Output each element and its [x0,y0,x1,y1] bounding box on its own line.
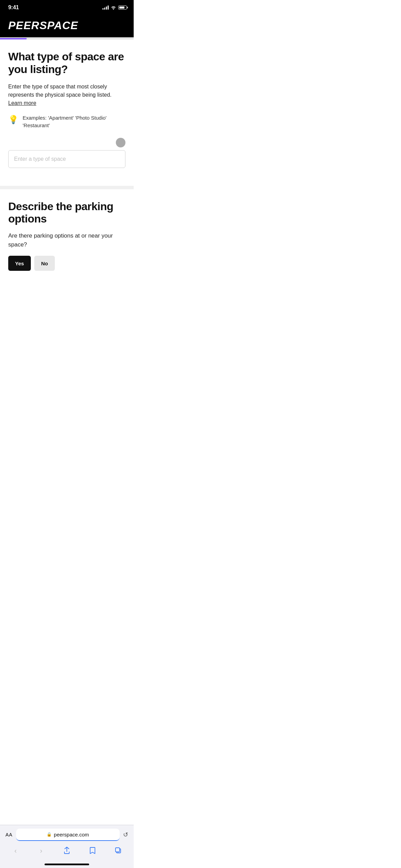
lightbulb-icon: 💡 [8,115,19,124]
signal-icon [102,5,109,10]
section2-description: Are there parking options at or near you… [8,231,125,249]
section2-title: Describe the parking options [8,200,125,226]
section-parking: Describe the parking options Are there p… [0,189,134,279]
parking-yes-button[interactable]: Yes [8,256,31,271]
space-type-input[interactable] [8,150,125,168]
section1-title: What type of space are you listing? [8,50,125,76]
battery-icon [118,5,127,10]
space-type-input-row [8,138,125,168]
wifi-icon [111,5,116,10]
progress-bar-area [0,37,134,39]
section-divider [0,186,134,189]
progress-fill [0,38,27,39]
status-icons [102,5,127,10]
app-header: PEERSPACE [0,15,134,37]
section1-description: Enter the type of space that most closel… [8,83,125,107]
hint-text: Examples: 'Apartment' 'Photo Studio' 'Re… [23,114,125,130]
app-logo: PEERSPACE [8,19,125,32]
status-time: 9:41 [8,4,19,11]
hint-box: 💡 Examples: 'Apartment' 'Photo Studio' '… [8,114,125,130]
parking-toggle-row: Yes No [8,256,125,271]
status-bar: 9:41 [0,0,134,15]
parking-no-button[interactable]: No [34,256,55,271]
section-space-type: What type of space are you listing? Ente… [0,39,134,180]
learn-more-link[interactable]: Learn more [8,100,36,106]
dot-indicator [116,138,125,147]
